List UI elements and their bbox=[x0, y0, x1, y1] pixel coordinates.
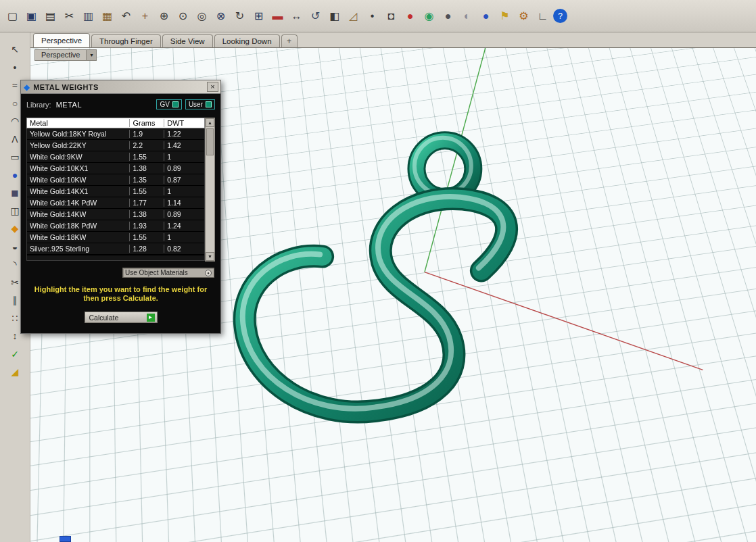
zoom-extents-icon[interactable]: ◎ bbox=[193, 7, 210, 24]
chevron-down-icon[interactable]: ▼ bbox=[87, 49, 97, 61]
cell-grams: 1.9 bbox=[129, 130, 164, 138]
table-row[interactable]: Silver:.925 Sterling 1.28 0.82 bbox=[27, 243, 204, 255]
cell-grams: 2.2 bbox=[129, 141, 164, 149]
cell-metal: White Gold:9KW bbox=[27, 153, 129, 161]
move-icon[interactable]: ↔ bbox=[288, 7, 305, 24]
add-viewport-tab-button[interactable]: + bbox=[281, 34, 298, 47]
tab-perspective[interactable]: Perspective bbox=[33, 33, 90, 47]
table-scrollbar[interactable]: ▲ ▼ bbox=[205, 118, 215, 262]
metal-table-body: Yellow Gold:18KY Royal 1.9 1.22 Yellow G… bbox=[26, 128, 205, 261]
materials-dropdown[interactable]: Use Object Materials ● bbox=[122, 268, 214, 278]
table-row[interactable]: White Gold:10KW 1.35 0.87 bbox=[27, 174, 204, 186]
paste-icon[interactable]: ▦ bbox=[99, 7, 116, 24]
cell-metal: White Gold:14KX1 bbox=[27, 187, 129, 195]
gv-checkbox-icon[interactable] bbox=[172, 101, 179, 107]
viewport-title-label: Perspective bbox=[34, 49, 87, 61]
scale-icon[interactable]: ◿ bbox=[345, 7, 362, 24]
viewport-layout-icon[interactable]: ⊞ bbox=[250, 7, 267, 24]
pendant-object[interactable] bbox=[243, 138, 506, 412]
cell-dwt: 0.82 bbox=[164, 245, 204, 253]
cell-grams: 1.93 bbox=[129, 222, 164, 230]
tab-label: Through Finger bbox=[99, 37, 153, 45]
open-file-icon[interactable]: ▢ bbox=[4, 7, 21, 24]
column-header-metal[interactable]: Metal bbox=[27, 119, 129, 127]
table-row[interactable]: White Gold:18KW 1.55 1 bbox=[27, 232, 204, 243]
table-row[interactable]: Yellow Gold:18KY Royal 1.9 1.22 bbox=[27, 128, 204, 140]
rotate-view-icon[interactable]: ↻ bbox=[231, 7, 248, 24]
table-row[interactable]: White Gold:14KX1 1.55 1 bbox=[27, 186, 204, 197]
zoom-selected-icon[interactable]: ⊗ bbox=[212, 7, 229, 24]
sphere-dark-icon[interactable]: ● bbox=[440, 7, 456, 24]
pointer-icon[interactable]: ↖ bbox=[7, 42, 23, 57]
zoom-window-icon[interactable]: ⊙ bbox=[174, 7, 191, 24]
scroll-down-icon[interactable]: ▼ bbox=[206, 252, 214, 261]
table-row[interactable]: Yellow Gold:22KY 2.2 1.42 bbox=[27, 140, 204, 151]
user-button[interactable]: User bbox=[185, 99, 215, 109]
pan-hand-icon[interactable]: + bbox=[137, 7, 153, 24]
tab-side-view[interactable]: Side View bbox=[162, 34, 213, 47]
zoom-dynamic-icon[interactable]: ⊕ bbox=[156, 7, 172, 24]
rotate-icon[interactable]: ↺ bbox=[307, 7, 324, 24]
cell-metal: White Gold:18KW bbox=[27, 233, 129, 241]
cell-grams: 1.28 bbox=[129, 245, 164, 253]
scrollbar-thumb[interactable] bbox=[206, 128, 214, 155]
table-row[interactable]: White Gold:18K PdW 1.93 1.24 bbox=[27, 220, 204, 232]
cell-grams: 1.77 bbox=[129, 199, 164, 207]
calculate-button[interactable]: Calculate ► bbox=[85, 312, 158, 323]
column-header-dwt[interactable]: DWT bbox=[164, 119, 204, 127]
options-gear-icon[interactable]: ⚙ bbox=[515, 7, 532, 24]
sphere-light-icon[interactable]: ◐ bbox=[458, 7, 475, 24]
x-axis-line bbox=[425, 272, 703, 370]
dropdown-button-icon[interactable]: ● bbox=[205, 270, 212, 276]
undo-icon[interactable]: ↶ bbox=[118, 7, 135, 24]
tab-label: Perspective bbox=[41, 36, 82, 45]
dialog-titlebar[interactable]: ◆ METAL WEIGHTS × bbox=[21, 80, 220, 94]
column-header-grams[interactable]: Grams bbox=[129, 119, 164, 127]
materials-dropdown-row: Use Object Materials ● bbox=[122, 268, 214, 278]
scroll-up-icon[interactable]: ▲ bbox=[206, 118, 214, 127]
viewport-title-menu[interactable]: Perspective ▼ bbox=[34, 49, 97, 61]
cut-icon[interactable]: ✂ bbox=[61, 7, 78, 24]
print-icon[interactable]: ▤ bbox=[42, 7, 59, 24]
dialog-title: METAL WEIGHTS bbox=[33, 83, 207, 91]
cell-metal: White Gold:10KW bbox=[27, 176, 129, 184]
cell-metal: White Gold:18K PdW bbox=[27, 222, 129, 230]
copy-icon[interactable]: ▥ bbox=[80, 7, 97, 24]
sweep-icon[interactable]: ◢ bbox=[7, 364, 23, 379]
table-row[interactable]: White Gold:14KW 1.38 0.89 bbox=[27, 209, 204, 220]
sphere-blue-icon[interactable]: ● bbox=[477, 7, 494, 24]
tab-label: Looking Down bbox=[222, 37, 272, 45]
gv-button[interactable]: GV bbox=[156, 99, 181, 109]
play-arrow-icon: ► bbox=[147, 314, 155, 322]
lock-icon[interactable]: ◘ bbox=[383, 7, 400, 24]
tab-through-finger[interactable]: Through Finger bbox=[91, 34, 161, 47]
cell-grams: 1.55 bbox=[129, 153, 164, 161]
tab-looking-down[interactable]: Looking Down bbox=[214, 34, 280, 47]
notes-flag-icon[interactable]: ⚑ bbox=[496, 7, 513, 24]
cell-metal: Silver:.925 Sterling bbox=[27, 245, 129, 253]
cell-grams: 1.55 bbox=[129, 233, 164, 241]
scroll-thumb[interactable] bbox=[60, 536, 71, 542]
user-checkbox-icon[interactable] bbox=[206, 101, 212, 107]
mirror-icon[interactable]: ◧ bbox=[326, 7, 343, 24]
help-icon[interactable]: ? bbox=[553, 9, 567, 23]
materials-dropdown-value: Use Object Materials bbox=[125, 269, 188, 276]
cell-dwt: 1.42 bbox=[164, 141, 204, 149]
viewport-tab-list: Perspective Through Finger Side View Loo… bbox=[33, 33, 280, 47]
erase-icon[interactable]: ▬ bbox=[269, 7, 286, 24]
render-icon[interactable]: ● bbox=[402, 7, 419, 24]
save-icon[interactable]: ▣ bbox=[23, 7, 40, 24]
metal-table-header: Metal Grams DWT bbox=[26, 118, 205, 128]
material-icon[interactable]: ◉ bbox=[421, 7, 438, 24]
check-icon[interactable]: ✓ bbox=[7, 347, 23, 362]
table-row[interactable]: White Gold:14K PdW 1.77 1.14 bbox=[27, 197, 204, 209]
point-icon[interactable]: • bbox=[7, 60, 23, 75]
close-icon[interactable]: × bbox=[207, 82, 218, 92]
table-row-partial bbox=[27, 255, 204, 260]
cell-dwt: 1.22 bbox=[164, 130, 204, 138]
table-row[interactable]: White Gold:9KW 1.55 1 bbox=[27, 151, 204, 163]
cplane-axes-icon[interactable]: ∟ bbox=[534, 7, 551, 24]
table-row[interactable]: White Gold:10KX1 1.38 0.89 bbox=[27, 163, 204, 174]
cell-dwt: 1 bbox=[164, 233, 204, 241]
point-icon[interactable]: • bbox=[364, 7, 381, 24]
